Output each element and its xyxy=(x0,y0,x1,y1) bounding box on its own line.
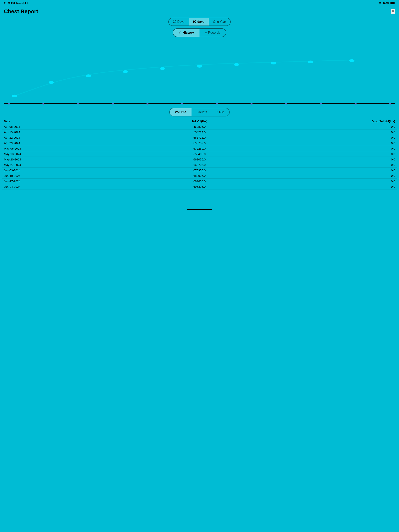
page-header: Chest Report ✕ xyxy=(0,6,399,18)
cell-date: Jun-17-2024 xyxy=(4,180,142,183)
filter-30days[interactable]: 30 Days xyxy=(169,18,189,25)
chart-point-4 xyxy=(123,70,128,73)
cell-date: Apr-22-2024 xyxy=(4,136,142,139)
x-dot-4 xyxy=(112,103,114,105)
close-button[interactable]: ✕ xyxy=(391,9,395,14)
table-row: Apr-15-2024 533714.0 0.0 xyxy=(2,129,397,135)
table-row: May-20-2024 663056.0 0.0 xyxy=(2,157,397,162)
cell-dropsetvol: 0.0 xyxy=(257,136,395,139)
cell-totvol: 656406.0 xyxy=(142,152,257,156)
cell-dropsetvol: 0.0 xyxy=(257,163,395,166)
cell-dropsetvol: 0.0 xyxy=(257,130,395,134)
cell-date: May-06-2024 xyxy=(4,147,142,150)
chart-point-7 xyxy=(234,63,239,66)
chart-point-1 xyxy=(12,95,17,97)
cell-dropsetvol: 0.0 xyxy=(257,158,395,161)
chart-container xyxy=(0,41,399,106)
data-table: Date Tot Vol(lbs) Drop Set Vol(lbs) Apr-… xyxy=(0,118,399,190)
chart-point-5 xyxy=(160,67,165,70)
chart-point-10 xyxy=(349,59,354,62)
records-label: Records xyxy=(208,31,220,35)
wifi-icon xyxy=(378,1,382,5)
cell-dropsetvol: 0.0 xyxy=(257,152,395,156)
view-filter-row: ✓ History ≡ Records xyxy=(0,28,399,37)
view-records-button[interactable]: ≡ Records xyxy=(200,29,226,37)
page-title: Chest Report xyxy=(4,8,38,15)
checkmark-icon: ✓ xyxy=(179,31,181,35)
status-bar: 11:59 PM Mon Jul 1 100% xyxy=(0,0,399,6)
chart-line xyxy=(14,60,352,96)
metric-tabs-row: Volume Counts 1RM xyxy=(0,108,399,116)
status-icons: 100% xyxy=(378,1,395,5)
x-dot-5 xyxy=(147,103,148,105)
table-row: Apr-22-2024 566726.0 0.0 xyxy=(2,135,397,140)
x-dot-3 xyxy=(77,103,79,105)
cell-totvol: 663056.0 xyxy=(142,158,257,161)
filter-90days[interactable]: 90 days xyxy=(189,18,209,25)
chart-point-3 xyxy=(86,75,91,77)
cell-totvol: 469806.0 xyxy=(142,125,257,128)
chart-point-2 xyxy=(49,81,54,84)
table-body: Apr-08-2024 469806.0 0.0 Apr-15-2024 533… xyxy=(2,124,397,190)
x-dot-9 xyxy=(285,103,287,105)
cell-dropsetvol: 0.0 xyxy=(257,147,395,150)
list-icon: ≡ xyxy=(205,31,207,35)
cell-dropsetvol: 0.0 xyxy=(257,169,395,172)
metric-1rm-button[interactable]: 1RM xyxy=(212,108,229,116)
cell-totvol: 689656.0 xyxy=(142,180,257,183)
cell-date: May-27-2024 xyxy=(4,163,142,166)
time-filter-group: 30 Days 90 days One Year xyxy=(168,18,231,26)
cell-totvol: 669706.0 xyxy=(142,163,257,166)
cell-totvol: 696306.0 xyxy=(142,185,257,188)
metric-counts-button[interactable]: Counts xyxy=(192,108,212,116)
chart-point-9 xyxy=(308,61,313,63)
cell-date: May-20-2024 xyxy=(4,158,142,161)
cell-dropsetvol: 0.0 xyxy=(257,174,395,177)
svg-rect-1 xyxy=(395,3,395,4)
cell-date: May-13-2024 xyxy=(4,152,142,156)
x-dot-10 xyxy=(320,103,322,105)
col-header-totvol: Tot Vol(lbs) xyxy=(142,120,257,123)
table-row: Apr-29-2024 598757.0 0.0 xyxy=(2,140,397,146)
cell-date: Jun-10-2024 xyxy=(4,174,142,177)
history-label: History xyxy=(183,31,194,35)
home-bar xyxy=(187,209,212,210)
cell-dropsetvol: 0.0 xyxy=(257,141,395,145)
battery-icon xyxy=(390,2,395,5)
cell-totvol: 598757.0 xyxy=(142,141,257,145)
x-axis-dots xyxy=(4,103,395,105)
view-filter-group: ✓ History ≡ Records xyxy=(173,28,226,37)
cell-date: Jun-03-2024 xyxy=(4,169,142,172)
table-row: May-13-2024 656406.0 0.0 xyxy=(2,151,397,157)
svg-rect-2 xyxy=(391,2,394,4)
cell-totvol: 533714.0 xyxy=(142,130,257,134)
table-header-row: Date Tot Vol(lbs) Drop Set Vol(lbs) xyxy=(2,118,397,124)
time-filter-row: 30 Days 90 days One Year xyxy=(0,18,399,26)
bottom-spacer xyxy=(0,190,399,205)
cell-dropsetvol: 0.0 xyxy=(257,185,395,188)
cell-totvol: 676356.0 xyxy=(142,169,257,172)
cell-dropsetvol: 0.0 xyxy=(257,180,395,183)
table-row: Jun-17-2024 689656.0 0.0 xyxy=(2,178,397,184)
metric-volume-button[interactable]: Volume xyxy=(170,108,192,116)
cell-date: Apr-15-2024 xyxy=(4,130,142,134)
chart-point-6 xyxy=(197,65,202,68)
home-indicator xyxy=(0,205,399,212)
filter-oneyear[interactable]: One Year xyxy=(209,18,230,25)
table-row: Jun-10-2024 683006.0 0.0 xyxy=(2,173,397,178)
battery-percentage: 100% xyxy=(383,2,389,5)
cell-dropsetvol: 0.0 xyxy=(257,125,395,128)
cell-date: Apr-29-2024 xyxy=(4,141,142,145)
cell-totvol: 632230.0 xyxy=(142,147,257,150)
cell-totvol: 683006.0 xyxy=(142,174,257,177)
metric-pill-group: Volume Counts 1RM xyxy=(169,108,230,116)
chart-point-8 xyxy=(271,62,276,64)
view-history-button[interactable]: ✓ History xyxy=(173,29,200,37)
table-row: May-06-2024 632230.0 0.0 xyxy=(2,146,397,151)
table-row: May-27-2024 669706.0 0.0 xyxy=(2,162,397,168)
table-row: Jun-24-2024 696306.0 0.0 xyxy=(2,184,397,190)
col-header-dropsetvol: Drop Set Vol(lbs) xyxy=(257,120,395,123)
col-header-date: Date xyxy=(4,120,142,123)
table-row: Jun-03-2024 676356.0 0.0 xyxy=(2,168,397,173)
x-dot-11 xyxy=(354,103,357,105)
